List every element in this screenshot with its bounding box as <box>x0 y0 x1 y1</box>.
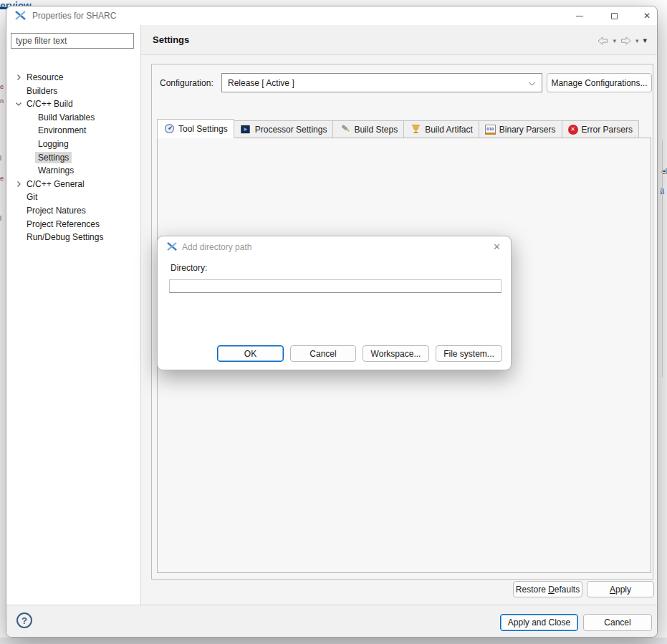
tab-build-artifact[interactable]: Build Artifact <box>404 120 479 138</box>
background-text-fragment: n <box>0 97 4 105</box>
sidebar-item-cpp-build[interactable]: C/C++ Build <box>6 97 141 110</box>
maximize-button[interactable] <box>600 6 628 25</box>
tab-tool-settings[interactable]: Tool Settings <box>157 119 234 138</box>
minimize-icon <box>576 16 583 16</box>
file-system-button[interactable]: File system... <box>436 345 502 362</box>
cancel-label: Cancel <box>309 349 336 359</box>
sidebar-item-settings[interactable]: Settings <box>6 151 141 164</box>
workspace-label: Workspace... <box>371 349 421 359</box>
ok-label: OK <box>244 349 256 359</box>
workspace-button[interactable]: Workspace... <box>363 345 429 362</box>
gauge-icon <box>163 123 175 135</box>
tab-processor-settings[interactable]: Processor Settings <box>234 120 334 138</box>
sidebar-item-label: Run/Debug Settings <box>27 232 103 242</box>
tab-label: Error Parsers <box>582 125 633 135</box>
view-menu-icon[interactable]: ▾ <box>643 36 647 45</box>
tab-build-steps[interactable]: Build Steps <box>333 120 404 138</box>
sidebar-item-cpp-general[interactable]: C/C++ General <box>6 178 141 191</box>
help-button[interactable]: ? <box>16 612 32 628</box>
background-text-fragment: l <box>0 155 1 162</box>
background-strip <box>0 638 667 644</box>
forward-arrow-icon[interactable] <box>620 37 631 45</box>
properties-sidebar: Resource Builders C/C++ Build Build Vari… <box>6 25 141 605</box>
tab-label: Processor Settings <box>255 125 327 135</box>
chevron-down-icon <box>528 81 536 87</box>
binary-icon: 010 <box>485 125 496 135</box>
sidebar-item-label: Build Variables <box>38 112 95 122</box>
configuration-label: Configuration: <box>160 78 213 88</box>
close-icon[interactable]: ✕ <box>493 241 501 252</box>
sidebar-item-label: C/C++ Build <box>27 99 73 109</box>
tab-error-parsers[interactable]: ✕ Error Parsers <box>562 120 639 138</box>
sidebar-item-builders[interactable]: Builders <box>6 85 141 97</box>
cancel-label: Cancel <box>604 617 630 628</box>
sidebar-item-environment[interactable]: Environment <box>6 124 141 137</box>
sidebar-item-label: Project Natures <box>27 206 86 216</box>
background-text-fragment: e <box>0 175 4 182</box>
sidebar-item-label: Environment <box>38 125 86 135</box>
apply-and-close-label: Apply and Close <box>508 617 570 628</box>
apply-and-close-button[interactable]: Apply and Close <box>500 614 578 631</box>
apply-label: Apply <box>610 585 631 595</box>
sidebar-item-label: Builders <box>27 86 57 96</box>
sidebar-item-project-natures[interactable]: Project Natures <box>6 204 141 217</box>
crosscore-logo-icon <box>167 242 178 251</box>
error-icon: ✕ <box>568 125 578 135</box>
apply-button[interactable]: Apply <box>587 581 654 597</box>
manage-configurations-button[interactable]: Manage Configurations... <box>547 73 652 92</box>
sidebar-item-logging[interactable]: Logging <box>6 138 141 150</box>
modal-title: Add directory path <box>182 242 251 252</box>
sidebar-item-label: Resource <box>27 72 63 82</box>
filter-input[interactable] <box>11 33 134 49</box>
sidebar-item-label-selected: Settings <box>35 152 72 163</box>
sidebar-item-label: C/C++ General <box>27 179 85 189</box>
file-system-label: File system... <box>443 349 494 359</box>
binary-icon-text: 010 <box>486 127 494 131</box>
tab-label: Build Artifact <box>425 125 473 135</box>
close-button[interactable]: ✕ <box>633 6 658 25</box>
configuration-combobox[interactable]: Release [ Active ] <box>221 73 542 92</box>
dialog-titlebar[interactable]: Properties for SHARC ✕ <box>6 6 658 25</box>
chevron-down-icon[interactable] <box>15 100 22 107</box>
ok-button[interactable]: OK <box>217 345 284 362</box>
background-divider <box>662 140 663 377</box>
sidebar-item-warnings[interactable]: Warnings <box>6 164 141 177</box>
directory-label: Directory: <box>171 263 207 273</box>
chevron-right-icon[interactable] <box>15 74 22 81</box>
cancel-button[interactable]: Cancel <box>583 614 652 631</box>
restore-defaults-label: Restore Defaults <box>516 585 580 595</box>
background-text-fragment: e <box>0 83 4 90</box>
forward-history-dropdown-icon[interactable]: ▾ <box>635 37 639 44</box>
tab-label: Tool Settings <box>178 124 228 134</box>
sidebar-item-git[interactable]: Git <box>6 191 141 203</box>
tab-binary-parsers[interactable]: 010 Binary Parsers <box>479 120 562 138</box>
crosscore-logo-icon <box>15 11 27 21</box>
add-directory-path-dialog: Add directory path ✕ Directory: OK Cance… <box>157 236 512 370</box>
properties-dialog: Properties for SHARC ✕ Resource Builders… <box>6 6 658 638</box>
tab-label: Build Steps <box>354 125 398 135</box>
manage-configurations-label: Manage Configurations... <box>551 78 647 88</box>
sidebar-item-resource[interactable]: Resource <box>6 71 141 84</box>
sidebar-item-label: Logging <box>38 139 69 149</box>
background-text-fragment: l <box>0 215 1 222</box>
modal-cancel-button[interactable]: Cancel <box>290 345 356 362</box>
sidebar-item-build-variables[interactable]: Build Variables <box>6 111 141 124</box>
restore-defaults-button[interactable]: Restore Defaults <box>513 581 582 597</box>
sidebar-item-run-debug-settings[interactable]: Run/Debug Settings <box>6 231 141 244</box>
back-arrow-icon[interactable] <box>598 37 608 45</box>
close-icon: ✕ <box>643 11 651 21</box>
maximize-icon <box>611 13 618 19</box>
directory-input[interactable] <box>169 279 502 293</box>
trophy-icon <box>410 124 421 135</box>
sidebar-item-label: Project References <box>27 219 100 229</box>
question-mark-icon: ? <box>21 615 27 626</box>
settings-tabs: Tool Settings Processor Settings Build S… <box>157 119 639 138</box>
minimize-button[interactable] <box>565 6 594 25</box>
dialog-title: Properties for SHARC <box>32 11 116 21</box>
sidebar-item-project-references[interactable]: Project References <box>6 218 141 231</box>
settings-page-header: Settings ▾ ▾ ▾ <box>141 25 658 55</box>
chevron-right-icon[interactable] <box>15 181 22 188</box>
chip-icon <box>240 124 251 135</box>
sidebar-item-label: Warnings <box>38 165 74 176</box>
back-history-dropdown-icon[interactable]: ▾ <box>613 37 616 44</box>
